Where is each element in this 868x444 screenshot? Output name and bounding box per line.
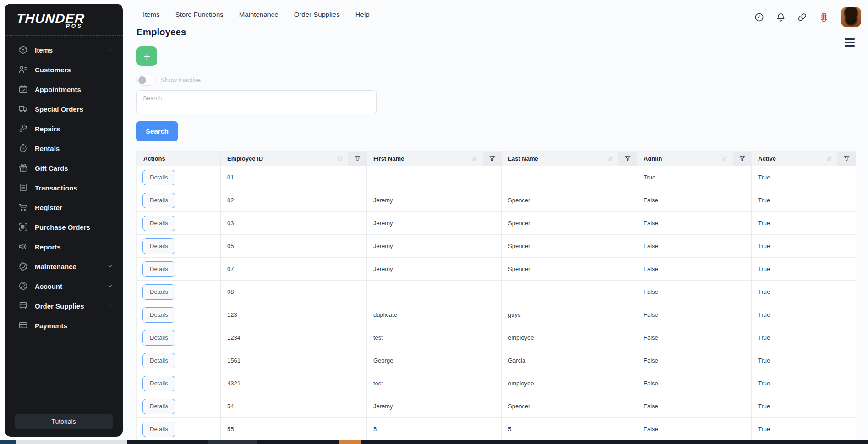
active-cell: True — [752, 212, 856, 235]
sort-arrows-icon[interactable] — [825, 155, 833, 162]
details-button[interactable]: Details — [142, 422, 175, 437]
employee-id-cell: 123 — [221, 303, 367, 326]
topnav-link-items[interactable]: Items — [143, 11, 160, 18]
sidebar-item-customers[interactable]: Customers — [5, 60, 123, 80]
actions-cell: Details — [137, 372, 221, 395]
active-cell: True — [752, 372, 856, 395]
sidebar-item-label: Account — [35, 282, 62, 290]
actions-cell: Details — [137, 395, 221, 418]
details-button[interactable]: Details — [142, 399, 175, 414]
funnel-icon[interactable] — [348, 152, 366, 166]
details-button[interactable]: Details — [142, 330, 175, 346]
sidebar-item-label: Purchase Orders — [35, 223, 90, 231]
details-button[interactable]: Details — [142, 170, 175, 185]
column-label: Actions — [137, 155, 165, 162]
link-icon[interactable] — [797, 12, 808, 22]
column-header-admin[interactable]: Admin — [637, 152, 752, 166]
first-name-cell — [367, 281, 502, 303]
details-button[interactable]: Details — [142, 193, 175, 208]
topbar-icon-slots — [754, 12, 829, 22]
sidebar-item-order-supplies[interactable]: Order Supplies — [5, 296, 123, 316]
sidebar-item-appointments[interactable]: Appointments — [5, 80, 123, 99]
add-employee-button[interactable]: + — [136, 46, 157, 66]
sidebar-item-transactions[interactable]: Transactions — [5, 178, 123, 198]
admin-cell: False — [637, 372, 752, 395]
details-button[interactable]: Details — [142, 238, 175, 254]
details-button[interactable]: Details — [142, 376, 175, 391]
topnav-link-store-functions[interactable]: Store Functions — [175, 11, 224, 18]
sidebar-item-special-orders[interactable]: Special Orders — [5, 99, 123, 119]
table-row: Details02JeremySpencerFalseTrue — [137, 189, 856, 212]
search-input[interactable] — [136, 90, 377, 114]
sort-arrows-icon[interactable] — [606, 155, 614, 162]
search-button[interactable]: Search — [136, 121, 178, 141]
sidebar-item-account[interactable]: Account — [5, 276, 123, 296]
bell-icon[interactable] — [775, 12, 786, 22]
table-row: Details5555FalseTrue — [137, 418, 856, 441]
active-cell: True — [752, 303, 856, 326]
funnel-icon[interactable] — [618, 152, 637, 166]
admin-cell: False — [637, 281, 752, 303]
sidebar-item-register[interactable]: Register — [5, 198, 123, 217]
funnel-icon[interactable] — [483, 152, 501, 166]
sidebar-item-label: Appointments — [35, 86, 81, 93]
topnav-link-maintenance[interactable]: Maintenance — [239, 11, 278, 18]
sidebar-item-payments[interactable]: Payments — [5, 316, 123, 336]
topnav-link-order-supplies[interactable]: Order Supplies — [294, 11, 340, 18]
funnel-icon[interactable] — [733, 152, 751, 166]
active-cell: True — [752, 281, 856, 303]
clock-icon[interactable] — [754, 12, 764, 22]
sidebar-item-repairs[interactable]: Repairs — [5, 119, 123, 139]
column-header-last-name[interactable]: Last Name — [502, 152, 637, 166]
last-name-cell: Spencer — [502, 258, 637, 281]
actions-cell: Details — [137, 235, 221, 258]
sidebar-item-items[interactable]: Items — [5, 40, 123, 60]
employee-id-cell: 1234 — [221, 326, 367, 349]
wrench-icon — [18, 124, 28, 135]
funnel-icon[interactable] — [837, 152, 856, 166]
show-inactive-label: Show Inactive — [161, 76, 201, 84]
sidebar-item-maintenance[interactable]: Maintenance — [5, 257, 123, 276]
admin-cell: False — [637, 235, 752, 258]
sidebar-item-reports[interactable]: Reports — [5, 237, 123, 257]
active-cell: True — [752, 258, 856, 281]
traffic-light-icon[interactable] — [819, 12, 829, 22]
column-header-active[interactable]: Active — [752, 152, 856, 166]
sort-arrows-icon[interactable] — [721, 155, 729, 162]
sort-arrows-icon[interactable] — [471, 155, 479, 162]
details-button[interactable]: Details — [142, 216, 175, 231]
column-header-first-name[interactable]: First Name — [367, 152, 502, 166]
actions-cell: Details — [137, 189, 221, 212]
employee-id-cell: 03 — [221, 212, 367, 235]
brand-logo: THUNDER POS — [5, 4, 89, 29]
chevron-down-icon — [107, 46, 114, 54]
active-cell: True — [752, 395, 856, 418]
avatar[interactable] — [841, 7, 861, 27]
admin-cell: False — [637, 212, 752, 235]
details-button[interactable]: Details — [142, 353, 175, 368]
sidebar-item-label: Repairs — [35, 125, 60, 133]
taskbar-segment — [0, 440, 16, 444]
employees-table: ActionsEmployee IDFirst NameLast NameAdm… — [136, 151, 856, 440]
details-button[interactable]: Details — [142, 284, 175, 300]
tutorials-button[interactable]: Tutorials — [15, 414, 113, 429]
show-inactive-toggle[interactable] — [136, 75, 156, 86]
employee-id-cell: 1561 — [221, 349, 367, 372]
sidebar-item-purchase-orders[interactable]: Purchase Orders — [5, 217, 123, 237]
menu-icon[interactable] — [845, 38, 855, 49]
taskbar-segment — [16, 440, 127, 444]
active-cell: True — [752, 189, 856, 212]
details-button[interactable]: Details — [142, 307, 175, 323]
sidebar-item-gift-cards[interactable]: Gift Cards — [5, 158, 123, 178]
sort-arrows-icon[interactable] — [336, 155, 344, 162]
customers-icon — [18, 65, 28, 76]
sidebar-item-label: Items — [35, 46, 53, 54]
active-cell: True — [752, 418, 856, 441]
column-label: Admin — [637, 155, 662, 162]
column-header-employee-id[interactable]: Employee ID — [221, 152, 367, 166]
table-row: Details4321testemployeeFalseTrue — [137, 372, 856, 395]
sidebar-item-rentals[interactable]: Rentals — [5, 139, 123, 158]
topnav-link-help[interactable]: Help — [355, 11, 370, 18]
details-button[interactable]: Details — [142, 261, 175, 277]
employees-table-wrap: ActionsEmployee IDFirst NameLast NameAdm… — [136, 151, 856, 440]
